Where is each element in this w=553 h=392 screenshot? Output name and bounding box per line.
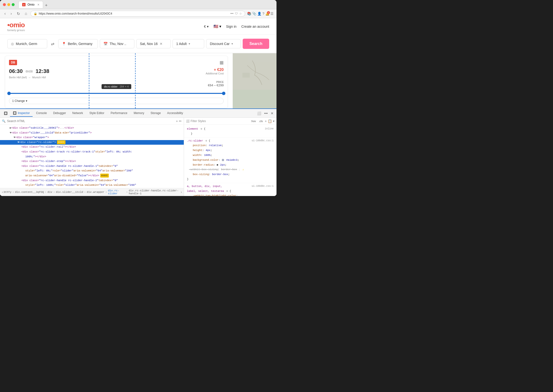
copy-style-button[interactable]: 📋 [268,119,272,123]
style-selector: .rc-slider [187,139,203,142]
change-chevron: ▾ [26,99,27,103]
url-bar[interactable]: 🔒 https://www.omio.com/search-frontend/r… [30,11,245,17]
traffic-lights [3,3,15,6]
breadcrumb-item-active[interactable]: div.rc-slider [108,189,125,195]
html-line: <div class="rc-slider-step"></div> [0,159,184,164]
reload-button[interactable]: ↻ [15,11,21,17]
devtools-close-button[interactable]: ✕ [270,110,275,116]
debugger-label: Debugger [53,111,66,115]
change-button[interactable]: 1 Change ▾ [9,98,224,104]
passengers-value: 1 Adult [176,42,187,46]
gear-icon: ⚙ [226,190,228,193]
tab-close-button[interactable]: × [37,3,39,7]
pocket-button[interactable]: 📎 [252,12,256,16]
profile-button[interactable]: 👤 [257,12,261,16]
breadcrumb-item[interactable]: div.content__3qFOQ [15,191,44,194]
devtools-tab-memory[interactable]: Memory [131,110,147,117]
html-search-input[interactable] [7,119,175,123]
hov-button[interactable]: :hov [250,119,257,123]
train-result-card[interactable]: DB ▦ 06:30 6h08 12:38 + €20 Additional C… [5,56,228,108]
card-header: DB ▦ [9,60,224,65]
price-slider[interactable]: div.rc-slider 284 × 4 [9,91,224,96]
discount-field[interactable]: Discount Car ▾ [206,39,240,48]
warning-icon: ⚠ [242,168,244,171]
title-bar: o Omio × + [0,0,276,9]
search-bar: ◎ Munich, Germ ⇄ 📍 Berlin, Germany 📅 Thu… [0,35,276,53]
devtools-tab-network[interactable]: Network [69,110,86,117]
svg-rect-1 [242,73,250,78]
language-selector[interactable]: 🇺🇸 ▾ [213,24,221,29]
inspector-icon: 🔲 [13,111,17,115]
return-date-field[interactable]: Sat, Nov 16 ✕ [136,39,171,48]
create-account-button[interactable]: Create an account [241,25,269,28]
slider-handle-max[interactable] [222,92,225,95]
html-line: <div class="rc-slider-handle rc-slider-h… [0,164,184,169]
devtools-tab-inspector[interactable]: 🔲 Inspector [10,110,33,117]
breadcrumb-item[interactable]: div.rc-slider-handle.rc-slider-handle-1 [129,189,180,195]
more-styles-button[interactable]: ▾ [273,119,275,123]
devtools-dock-button[interactable]: ⬜ [256,110,262,116]
html-search-icon: 🔍 [2,119,6,123]
devtools-tab-console[interactable]: Console [33,110,50,117]
styles-toolbar: ⬜ Filter Styles :hov .cls + 📋 ▾ [184,118,276,125]
sign-in-button[interactable]: Sign in [226,25,237,28]
devtools-more-button[interactable]: ••• [263,110,269,116]
swap-button[interactable]: ⇄ [49,40,56,48]
breadcrumb-item[interactable]: div.wrapper [87,191,104,194]
back-button[interactable]: ‹ [3,11,7,16]
devtools-tab-accessibility[interactable]: Accessibility [164,110,186,117]
menu-button[interactable]: ☰ [270,12,274,16]
depart-time: 06:30 [9,68,23,74]
breadcrumb-back-button[interactable]: ‹ [2,190,3,194]
devtools-tab-style-editor[interactable]: Style Editor [86,110,107,117]
cls-button[interactable]: .cls [258,119,264,123]
to-value: Berlin, Germany [68,42,92,46]
card-main: 06:30 6h08 12:38 + €20 Additional Cost [9,68,224,75]
browser-tab[interactable]: o Omio × [18,1,43,8]
from-field[interactable]: ◎ Munich, Germ [7,39,47,48]
minimize-window-button[interactable] [7,3,10,6]
notifications-button[interactable]: 🔔 6 [265,12,269,16]
to-station: Munich Hbf [32,76,46,79]
maximize-window-button[interactable] [12,3,15,6]
style-editor-label: Style Editor [89,111,104,115]
close-window-button[interactable] [3,3,6,6]
flag-chevron: ▾ [219,24,221,29]
depart-date-field[interactable]: 📅 Thu, Nov .. [100,39,134,48]
passengers-field[interactable]: 1 Adult ▾ [173,39,204,48]
style-source: ui-109d0c.css:1 [252,184,274,188]
devtools-tab-debugger[interactable]: Debugger [50,110,69,117]
currency-selector[interactable]: € ▾ [204,25,209,28]
html-search-bar: 🔍 + ✏ [0,118,184,125]
expand-arrow: ▶ [217,163,219,166]
help-button[interactable]: ? [262,12,264,16]
add-style-rule-button[interactable]: + [265,119,267,123]
omio-header: •omio formerly go'euro € ▾ 🇺🇸 ▾ Sign in … [0,18,276,35]
pick-element-button[interactable]: ✏ [179,119,182,123]
html-line: ▶ <div class="subtitle___285KI">...</div… [0,126,184,131]
devtools-tab-storage[interactable]: Storage [148,110,164,117]
breadcrumb-item[interactable]: div [47,191,52,194]
clear-return-date-button[interactable]: ✕ [160,42,163,46]
forward-button[interactable]: › [9,11,13,16]
breadcrumb-item[interactable]: 3thTy [3,191,11,194]
breadcrumb-forward-button[interactable]: › [181,190,182,194]
html-line: ▼ <div class="slider___1tcld" data-e2e="… [0,131,184,135]
home-button[interactable]: ⌂ [23,11,29,16]
slider-handle-min[interactable] [7,92,11,95]
library-button[interactable]: 📚 [247,12,251,16]
arrive-time: 12:38 [36,68,49,74]
to-field[interactable]: 📍 Berlin, Germany [58,39,98,48]
breadcrumb-item[interactable]: div.slider__1tcld [56,191,83,194]
console-label: Console [36,111,47,115]
add-node-button[interactable]: + [176,119,178,123]
style-selector: element [187,127,198,130]
style-rule-element: element ⚙ inline { } [184,126,276,138]
new-tab-button[interactable]: + [43,3,50,8]
search-button[interactable]: Search [243,39,269,49]
devtools-inspector-icon[interactable]: 🔲 [2,110,9,116]
devtools-actions: ⬜ ••• ✕ [256,110,275,116]
event-badge: event [57,140,65,144]
devtools-tab-performance[interactable]: Performance [108,110,130,117]
nav-bar: ‹ › ↻ ⌂ 🔒 https://www.omio.com/search-fr… [0,9,276,18]
